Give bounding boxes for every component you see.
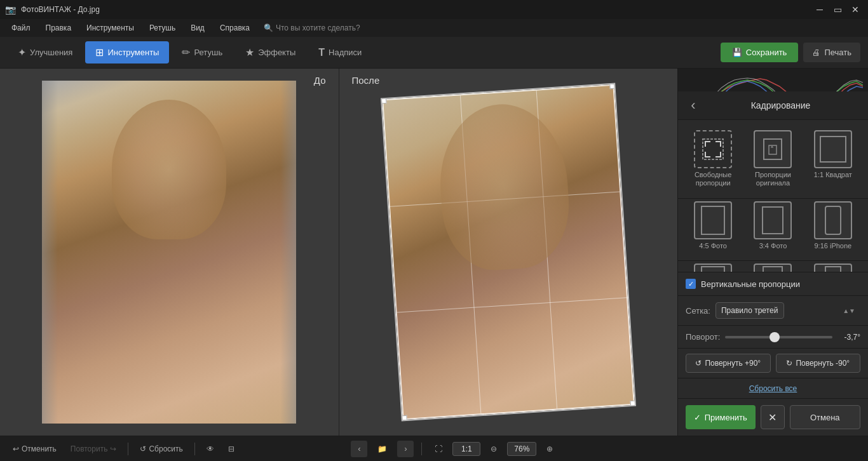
iphone-frame xyxy=(825,206,841,235)
crop-option-free[interactable]: Свободные пропорции xyxy=(686,128,740,190)
crop-option-original[interactable]: Пропорции оригинала xyxy=(745,128,800,190)
effects-icon: ★ xyxy=(245,46,254,58)
menu-tools[interactable]: Инструменты xyxy=(80,21,140,35)
crop-label-iphone: 9:16 iPhone xyxy=(814,242,851,250)
folder-button[interactable]: 📁 xyxy=(372,442,392,456)
print-button[interactable]: 🖨 Печать xyxy=(803,43,860,62)
zoom-in-button[interactable]: ⊕ xyxy=(541,442,558,456)
close-button[interactable]: ✕ xyxy=(848,2,863,17)
crop-handle-br[interactable] xyxy=(630,400,636,407)
crop-icon-photo34 xyxy=(754,201,792,239)
rotation-label: Поворот: xyxy=(686,332,720,342)
histogram-area xyxy=(678,69,868,91)
retouch-icon: ✏ xyxy=(182,46,190,58)
crop-option-iphone[interactable]: 9:16 iPhone xyxy=(806,199,860,253)
nav-next-icon: › xyxy=(404,444,407,453)
redo-icon: ↪ xyxy=(110,444,116,453)
folder-icon: 📁 xyxy=(377,444,387,453)
menu-edit[interactable]: Правка xyxy=(39,21,78,35)
nav-next-button[interactable]: › xyxy=(397,441,414,457)
vertical-proportions-row: ✓ Вертикальные пропорции xyxy=(678,272,868,296)
apply-label: Применить xyxy=(705,413,747,422)
compare-icon: ⊟ xyxy=(228,444,234,453)
nav-prev-icon: ‹ xyxy=(358,444,360,453)
nav-prev-button[interactable]: ‹ xyxy=(351,441,367,457)
tab-inscriptions[interactable]: T Надписи xyxy=(308,41,372,63)
after-label: После xyxy=(352,75,668,86)
vertical-proportions-checkbox[interactable]: ✓ xyxy=(686,279,696,289)
tab-retouch-label: Ретушь xyxy=(194,48,222,57)
crop-options-row1: Свободные пропорции Пропорции оригинала xyxy=(678,120,868,198)
crop-option-partial2[interactable] xyxy=(745,261,800,272)
canvas-area: До После xyxy=(0,69,677,436)
eye-button[interactable]: 👁 xyxy=(201,442,219,456)
save-icon: 💾 xyxy=(732,48,742,57)
maximize-button[interactable]: ▭ xyxy=(830,2,845,17)
compare-button[interactable]: ⊟ xyxy=(223,442,240,456)
search-bar: 🔍 Что вы хотите сделать? xyxy=(264,23,360,32)
reset-row: Сбросить все xyxy=(678,378,868,399)
crop-option-partial1[interactable] xyxy=(686,261,740,272)
undo-button[interactable]: ↩ Отменить xyxy=(8,442,62,456)
after-panel: После xyxy=(339,69,678,436)
tools-icon: ⊞ xyxy=(95,46,104,58)
rotate-minus90-button[interactable]: ↻ Повернуть -90° xyxy=(776,354,861,373)
photo45-frame xyxy=(701,206,725,235)
photo34-frame xyxy=(762,206,783,234)
rotate-plus90-button[interactable]: ↺ Повернуть +90° xyxy=(686,354,771,373)
crop-icon-original xyxy=(754,130,792,168)
search-placeholder[interactable]: Что вы хотите сделать? xyxy=(276,23,360,32)
redo-button[interactable]: Повторить ↪ xyxy=(65,442,122,456)
tab-enhancements[interactable]: ✦ Улучшения xyxy=(8,41,83,63)
cancel-label: Отмена xyxy=(810,413,840,422)
grid-select[interactable]: Нет Правило третей Сетка Диагонали Треуг… xyxy=(715,302,784,319)
action-buttons: ✓ Применить ✕ Отмена xyxy=(678,399,868,436)
crop-handle-bl[interactable] xyxy=(400,415,407,422)
crop-icon-photo45 xyxy=(694,201,732,239)
save-button[interactable]: 💾 Сохранить xyxy=(721,43,799,62)
zoom-out-button[interactable]: ⊖ xyxy=(485,442,502,456)
tab-effects[interactable]: ★ Эффекты xyxy=(235,41,306,63)
panel-back-button[interactable]: ‹ xyxy=(686,98,701,113)
crop-option-square[interactable]: 1:1 Квадрат xyxy=(806,128,860,190)
grid-select-wrapper: Нет Правило третей Сетка Диагонали Треуг… xyxy=(715,302,860,319)
tab-enhancements-label: Улучшения xyxy=(30,48,72,57)
rotation-value: -3,7° xyxy=(837,333,860,342)
tab-tools[interactable]: ⊞ Инструменты xyxy=(85,41,169,63)
tab-retouch[interactable]: ✏ Ретушь xyxy=(172,41,233,63)
print-icon: 🖨 xyxy=(812,48,820,57)
menu-retouch[interactable]: Ретушь xyxy=(143,21,182,35)
menu-view[interactable]: Вид xyxy=(184,21,211,35)
save-label: Сохранить xyxy=(746,48,787,57)
title-bar: 📷 ФотоВИНТАЖ - До.jpg ─ ▭ ✕ xyxy=(0,0,868,19)
cancel-text-button[interactable]: Отмена xyxy=(790,405,861,429)
crop-handle-tl[interactable] xyxy=(381,97,387,104)
fit-button[interactable]: ⛶ xyxy=(430,442,447,456)
fit-icon: ⛶ xyxy=(435,444,442,453)
vertical-proportions-label: Вертикальные пропорции xyxy=(701,279,800,289)
svg-rect-1 xyxy=(764,139,782,159)
grid-row: Сетка: Нет Правило третей Сетка Диагонал… xyxy=(678,296,868,326)
crop-label-free: Свободные пропорции xyxy=(695,171,731,187)
window-title: ФотоВИНТАЖ - До.jpg xyxy=(21,5,100,14)
crop-label-original: Пропорции оригинала xyxy=(755,171,791,187)
menu-file[interactable]: Файл xyxy=(5,21,37,35)
crop-option-photo45[interactable]: 4:5 Фото xyxy=(686,199,740,253)
reset-button[interactable]: ↺ Сбросить xyxy=(135,442,187,456)
rotation-row: Поворот: -3,7° xyxy=(678,326,868,349)
crop-option-photo34[interactable]: 3:4 Фото xyxy=(745,199,800,253)
apply-button[interactable]: ✓ Применить xyxy=(686,405,756,429)
rotate-buttons: ↺ Повернуть +90° ↻ Повернуть -90° xyxy=(678,349,868,378)
crop-label-square: 1:1 Квадрат xyxy=(814,171,852,179)
crop-label-photo34: 3:4 Фото xyxy=(759,242,787,250)
crop-option-partial3[interactable] xyxy=(806,261,860,272)
minimize-button[interactable]: ─ xyxy=(812,2,827,17)
tab-tools-label: Инструменты xyxy=(107,48,159,57)
menu-help[interactable]: Справка xyxy=(214,21,256,35)
select-arrow-icon: ▲▼ xyxy=(843,307,855,314)
reset-all-link[interactable]: Сбросить все xyxy=(749,384,797,393)
cancel-x-button[interactable]: ✕ xyxy=(761,405,785,429)
crop-options-partial xyxy=(678,261,868,272)
rotate-minus-label: Повернуть -90° xyxy=(796,359,850,368)
rotation-slider[interactable] xyxy=(725,336,832,338)
